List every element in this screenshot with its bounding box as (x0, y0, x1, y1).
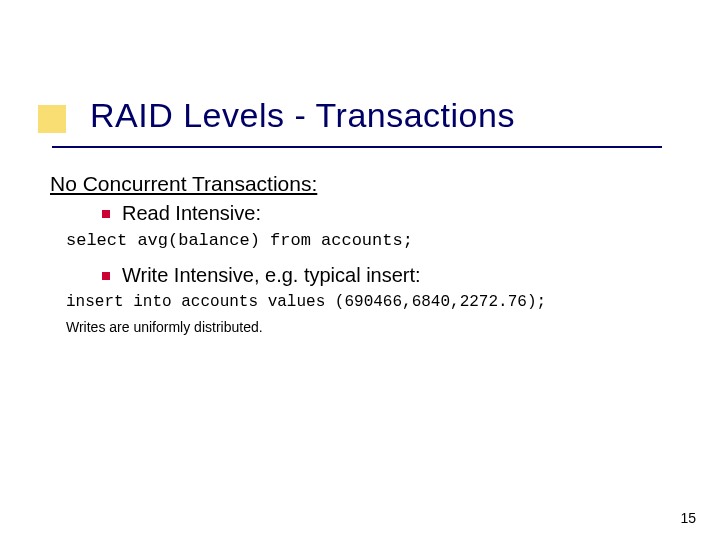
content-area: No Concurrent Transactions: Read Intensi… (50, 172, 690, 335)
section-heading: No Concurrent Transactions: (50, 172, 690, 196)
bullet-text: Write Intensive, e.g. typical insert: (122, 264, 421, 287)
code-line: insert into accounts values (690466,6840… (66, 293, 690, 311)
bullet-text: Read Intensive: (122, 202, 261, 225)
code-line: select avg(balance) from accounts; (66, 231, 690, 250)
page-number: 15 (680, 510, 696, 526)
bullet-square-icon (102, 272, 110, 280)
bullet-item: Write Intensive, e.g. typical insert: (102, 264, 690, 287)
accent-square (38, 105, 66, 133)
title-underline (52, 146, 662, 148)
bullet-item: Read Intensive: (102, 202, 690, 225)
slide-title: RAID Levels - Transactions (90, 96, 515, 135)
bullet-square-icon (102, 210, 110, 218)
note-text: Writes are uniformly distributed. (66, 319, 690, 335)
